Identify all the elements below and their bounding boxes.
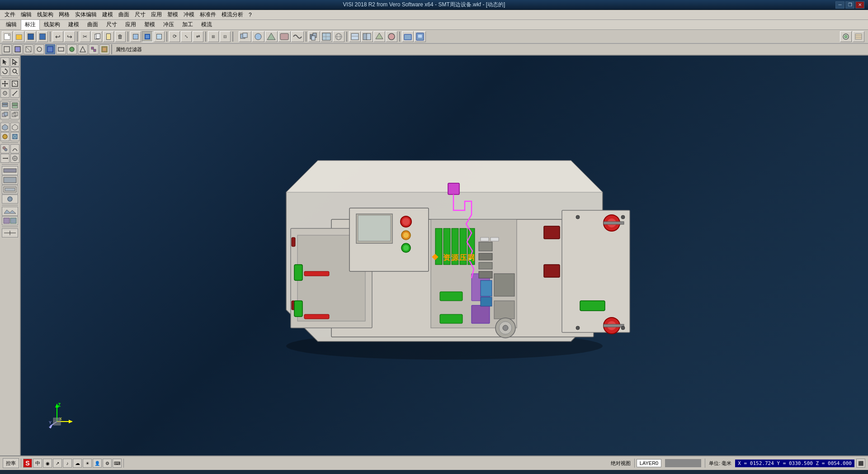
tab-surface[interactable]: 曲面 (83, 19, 102, 30)
stb-btn-5[interactable] (45, 44, 55, 54)
tb-transform[interactable]: ⟳ (169, 31, 180, 42)
menu-apply[interactable]: 应用 (148, 10, 165, 19)
status-icon-s[interactable]: S (23, 459, 32, 468)
viewport[interactable]: ❖ 资源压网 Z X Y (21, 56, 868, 455)
tb-large-4[interactable] (278, 31, 291, 42)
tb-right-2[interactable] (853, 31, 864, 42)
ltb-extra2[interactable] (10, 144, 19, 153)
ltb-wide-4[interactable] (2, 194, 18, 204)
ltb-select[interactable] (0, 57, 9, 66)
ltb-extra4[interactable] (10, 154, 19, 163)
tb-mirror[interactable]: ⇄ (193, 31, 203, 42)
status-icon-gear[interactable]: ⚙ (103, 459, 112, 468)
status-icon-keyboard[interactable]: ⌨ (113, 459, 122, 468)
tb-delete[interactable]: 🗑 (115, 31, 126, 42)
menu-wireframe[interactable]: 线架构 (34, 10, 56, 19)
menu-flow[interactable]: 模流分析 (219, 10, 246, 19)
ltb-fit[interactable] (10, 79, 19, 88)
tab-edit[interactable]: 编辑 (2, 19, 21, 30)
menu-help[interactable]: ? (246, 11, 255, 19)
tb-sys-2[interactable] (414, 31, 426, 42)
tab-punch[interactable]: 冲压 (159, 19, 178, 30)
tb-active-box[interactable] (142, 31, 153, 42)
tb-extra-3[interactable] (373, 31, 385, 42)
ltb-solid1[interactable] (0, 123, 9, 132)
tb-cut[interactable]: ✂ (80, 31, 90, 42)
tb-extra-2[interactable] (361, 31, 373, 42)
tab-annotation[interactable]: 标注 (21, 19, 40, 30)
stb-btn-4[interactable] (34, 44, 44, 54)
status-icon-extra1[interactable]: ⬛ (856, 459, 865, 468)
tb-large-2[interactable] (252, 31, 264, 42)
tab-dimension[interactable]: 尺寸 (102, 19, 121, 30)
ltb-mesh2[interactable] (10, 132, 19, 141)
menu-surface[interactable]: 曲面 (116, 10, 132, 19)
ltb-extra1[interactable] (0, 144, 9, 153)
stb-btn-1[interactable] (2, 44, 12, 54)
tb-large-5[interactable] (291, 31, 304, 42)
restore-button[interactable]: ❐ (845, 1, 854, 9)
stb-btn-3[interactable] (24, 44, 33, 54)
tb-open[interactable] (14, 31, 24, 42)
stb-btn-9[interactable] (89, 44, 99, 54)
ltb-wide-1[interactable] (2, 166, 18, 175)
tab-machining[interactable]: 加工 (178, 19, 197, 30)
ltb-wide-2[interactable] (2, 175, 18, 185)
tb-view-2[interactable] (321, 31, 332, 42)
menu-dimension[interactable]: 尺寸 (132, 10, 148, 19)
ltb-layer2[interactable] (10, 101, 19, 110)
control-rate-btn[interactable]: 控率 (3, 458, 19, 468)
tb-paste[interactable] (103, 31, 114, 42)
tb-undo[interactable]: ↩ (52, 31, 63, 42)
stb-btn-7[interactable] (67, 44, 77, 54)
tb-save-as[interactable] (37, 31, 48, 42)
tb-extra-1[interactable] (349, 31, 361, 42)
tb-deselect[interactable]: ⊟ (220, 31, 231, 42)
stb-btn-2[interactable] (13, 44, 23, 54)
ltb-zoom[interactable] (10, 67, 19, 76)
tab-model[interactable]: 建模 (64, 19, 83, 30)
tb-box3[interactable] (154, 31, 165, 42)
tab-apply[interactable]: 应用 (121, 19, 140, 30)
tb-scale[interactable]: ⤡ (181, 31, 192, 42)
ltb-snap[interactable] (0, 89, 9, 98)
ltb-solid2[interactable] (10, 123, 19, 132)
status-icon-cloud[interactable]: ☁ (73, 459, 82, 468)
tb-copy[interactable] (91, 31, 102, 42)
tb-view-3[interactable] (333, 31, 344, 42)
tab-flow[interactable]: 模流 (197, 19, 216, 30)
close-button[interactable]: ✕ (855, 1, 864, 9)
menu-solid-edit[interactable]: 实体编辑 (72, 10, 99, 19)
ltb-measure[interactable] (10, 89, 19, 98)
ltb-rotate[interactable] (0, 67, 9, 76)
ltb-layer1[interactable] (0, 101, 9, 110)
tb-extra-4[interactable] (386, 31, 397, 42)
status-icon-sun[interactable]: ☀ (83, 459, 92, 468)
tb-new[interactable] (2, 31, 13, 42)
ltb-wide-7[interactable] (2, 228, 18, 237)
ltb-extra3[interactable] (0, 154, 9, 163)
tb-box1[interactable] (130, 31, 141, 42)
tb-large-3[interactable] (265, 31, 278, 42)
ltb-wide-3[interactable] (2, 185, 18, 194)
ltb-display1[interactable] (0, 110, 9, 119)
tab-mold[interactable]: 塑模 (140, 19, 159, 30)
tab-wireframe[interactable]: 线架构 (40, 19, 64, 30)
tb-large-1[interactable] (239, 31, 251, 42)
ltb-pan[interactable] (0, 79, 9, 88)
tb-right-1[interactable] (840, 31, 852, 42)
status-icon-sound[interactable]: ♪ (63, 459, 72, 468)
ltb-select2[interactable] (10, 57, 19, 66)
status-icon-center[interactable]: 中 (33, 459, 42, 468)
ltb-display2[interactable] (10, 110, 19, 119)
stb-btn-6[interactable] (56, 44, 66, 54)
menu-mesh[interactable]: 网格 (56, 10, 72, 19)
ltb-wide-5[interactable] (2, 207, 18, 216)
menu-punch[interactable]: 冲模 (181, 10, 197, 19)
menu-standard[interactable]: 标准件 (197, 10, 219, 19)
status-icon-circle[interactable]: ◉ (43, 459, 52, 468)
tb-redo[interactable]: ↪ (64, 31, 75, 42)
tb-sys-1[interactable] (402, 31, 414, 42)
menu-model[interactable]: 建模 (99, 10, 116, 19)
stb-btn-8[interactable] (78, 44, 88, 54)
